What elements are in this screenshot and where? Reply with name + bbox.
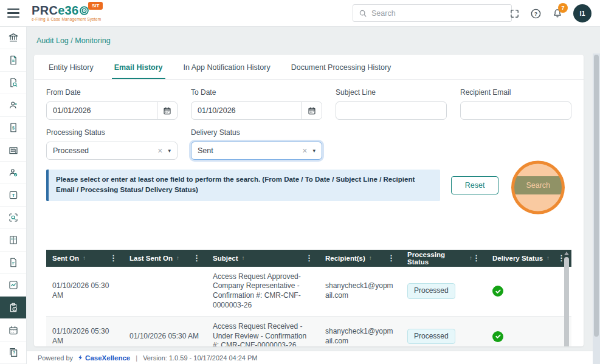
col-recipients[interactable]: Recipient(s)	[325, 255, 365, 262]
environment-badge: SIT	[88, 2, 103, 10]
col-last-sent-on[interactable]: Last Sent On	[129, 255, 173, 262]
clear-icon[interactable]: ×	[302, 146, 307, 155]
column-menu-icon[interactable]: ⋮	[472, 253, 480, 263]
info-alert: Please select or enter at least one fiel…	[46, 170, 440, 201]
column-menu-icon[interactable]: ⋮	[305, 253, 313, 263]
svg-text:?: ?	[534, 10, 537, 16]
processing-status-select[interactable]: Processed × ▾	[46, 142, 178, 160]
user-verified-icon	[8, 167, 19, 178]
tab-in-app-notification-history[interactable]: In App Notification History	[181, 55, 273, 79]
to-date-label: To Date	[191, 88, 322, 97]
audit-log-clipboard-clock-icon	[8, 302, 19, 313]
sidebar-item-templates[interactable]: T	[0, 184, 26, 207]
sidebar-item-audit-log[interactable]	[0, 297, 26, 319]
sort-asc-icon[interactable]: ↑	[83, 255, 86, 261]
page-scrollbar-thumb[interactable]	[594, 55, 599, 337]
table-scrollbar-thumb[interactable]	[564, 257, 569, 347]
from-date-input[interactable]	[47, 106, 157, 115]
search-input[interactable]	[371, 9, 506, 18]
col-subject[interactable]: Subject	[213, 255, 238, 262]
column-menu-icon[interactable]: ⋮	[109, 253, 117, 263]
global-search[interactable]	[353, 4, 512, 22]
cell-last-sent-on	[123, 286, 207, 297]
table-row[interactable]: 01/10/2026 05:30 AM Access Request Appro…	[46, 267, 571, 317]
sidebar-item-users[interactable]	[0, 94, 26, 117]
cell-subject: Access Request Approved- Company Represe…	[207, 267, 319, 316]
subject-line-label: Subject Line	[336, 88, 447, 97]
user-avatar[interactable]: I1	[573, 4, 591, 22]
chevron-down-icon[interactable]: ▾	[312, 148, 316, 154]
hamburger-menu-icon[interactable]	[7, 9, 19, 18]
cell-sent-on: 01/10/2026 05:30 AM	[46, 276, 123, 306]
page-scrollbar[interactable]	[593, 53, 600, 364]
delivery-status-select[interactable]: Sent × ▾	[191, 142, 322, 160]
recipient-email-field: Recipient Email	[460, 88, 571, 120]
fullscreen-icon[interactable]	[509, 9, 520, 19]
reset-button[interactable]: Reset	[451, 176, 499, 194]
to-date-calendar-icon[interactable]	[302, 102, 322, 119]
sidebar-item-scan-search[interactable]	[0, 207, 26, 229]
from-date-calendar-icon[interactable]	[157, 102, 177, 119]
clear-icon[interactable]: ×	[157, 146, 162, 155]
sidebar-item-invoices[interactable]: $	[0, 117, 26, 139]
scroll-up-arrow[interactable]	[564, 252, 569, 255]
table-scrollbar[interactable]	[564, 252, 569, 347]
sort-asc-icon[interactable]: ↑	[176, 255, 179, 261]
chevron-down-icon[interactable]: ▾	[168, 148, 171, 154]
col-processing-status[interactable]: Processing Status	[407, 251, 466, 266]
footer: Powered by CaseXellence | Version: 1.0.5…	[27, 351, 593, 364]
sort-asc-icon[interactable]: ↑	[369, 255, 372, 261]
recipient-email-input[interactable]	[461, 106, 571, 115]
to-date-input[interactable]	[191, 106, 302, 115]
sort-asc-icon[interactable]: ↑	[547, 255, 550, 261]
document-icon	[8, 55, 19, 66]
organization-icon	[8, 145, 19, 156]
logo-tagline: e-Filing & Case Management System	[32, 18, 101, 22]
col-delivery-status[interactable]: Delivery Status	[492, 255, 543, 262]
sort-asc-icon[interactable]: ↑	[242, 255, 245, 261]
delivery-sent-check-icon	[492, 331, 503, 342]
sidebar-item-institution[interactable]	[0, 27, 26, 49]
search-button[interactable]: Search	[514, 176, 562, 194]
cell-recipients: shanycheck1@yopmail.com	[319, 321, 401, 346]
column-menu-icon[interactable]: ⋮	[387, 253, 395, 263]
svg-text:$: $	[12, 126, 15, 131]
sidebar-item-reports[interactable]	[0, 252, 26, 274]
document-search-icon	[8, 77, 19, 88]
actions-row: Please select or enter at least one fiel…	[34, 160, 584, 201]
sidebar-item-organization[interactable]	[0, 139, 26, 162]
from-date-label: From Date	[46, 88, 178, 97]
logo-text-e36: e36	[58, 4, 78, 16]
sidebar-item-documents[interactable]	[0, 49, 26, 72]
svg-text:T: T	[12, 193, 15, 198]
sidebar-item-help[interactable]: ?	[0, 342, 26, 364]
app-window: PRCe36 e-Filing & Case Management System…	[0, 0, 600, 364]
column-menu-icon[interactable]: ⋮	[193, 253, 201, 263]
tab-entity-history[interactable]: Entity History	[46, 55, 96, 79]
sidebar-item-user-verification[interactable]	[0, 162, 26, 184]
sidebar-item-analytics[interactable]	[0, 274, 26, 297]
invoice-icon: $	[8, 122, 19, 133]
tab-document-processing-history[interactable]: Document Processing History	[289, 55, 394, 79]
svg-text:?: ?	[13, 351, 15, 355]
subject-line-input[interactable]	[336, 106, 446, 115]
notifications-bell-icon[interactable]: 7	[552, 8, 563, 19]
logo-text-prc: PRC	[32, 4, 58, 16]
users-icon	[8, 100, 19, 111]
powered-by-label: Powered by	[38, 354, 73, 362]
sidebar-item-calendar[interactable]	[0, 319, 26, 342]
report-document-icon	[8, 257, 19, 268]
casexellence-brand: CaseXellence	[85, 354, 130, 362]
cell-subject: Access Request Received - Under Review -…	[207, 317, 319, 346]
table-row[interactable]: 01/10/2026 05:30 AM 01/10/2026 05:30 AM …	[46, 317, 571, 346]
processing-status-field: Processing Status Processed × ▾	[46, 128, 178, 160]
help-icon[interactable]: ?	[530, 8, 542, 19]
institution-icon	[8, 32, 19, 43]
tab-email-history[interactable]: Email History	[112, 55, 165, 79]
casexellence-logo-icon	[77, 354, 84, 362]
sidebar-item-ledger[interactable]	[0, 229, 26, 252]
search-filters: From Date To Date	[34, 80, 584, 160]
sidebar-item-document-search[interactable]	[0, 72, 26, 94]
col-sent-on[interactable]: Sent On	[52, 255, 79, 262]
processing-status-value: Processed	[47, 146, 89, 155]
